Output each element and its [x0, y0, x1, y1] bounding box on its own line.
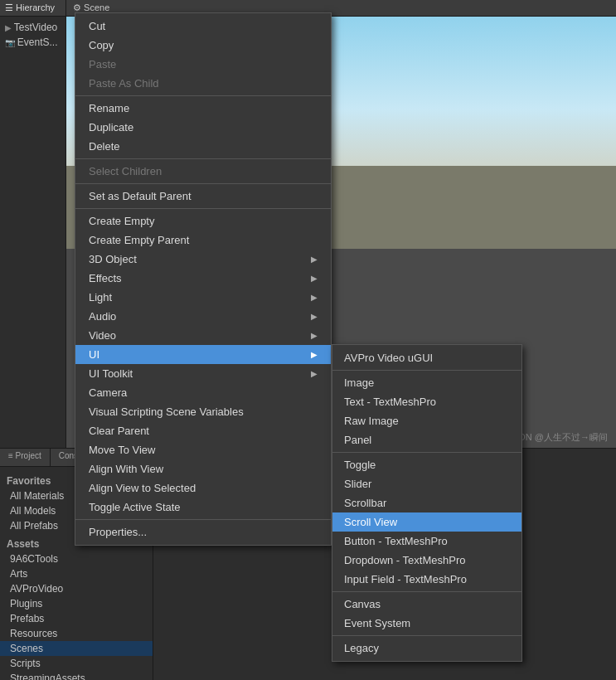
menu-item-properties[interactable]: Properties... [75, 522, 331, 542]
project-tab[interactable]: ≡ Project [0, 449, 51, 466]
submenu-separator [332, 370, 521, 371]
menu-item-camera[interactable]: Camera [75, 383, 331, 402]
menu-separator [75, 158, 331, 159]
submenu-item-slider[interactable]: Slider [332, 474, 521, 493]
menu-separator [75, 519, 331, 520]
submenu-item-panel[interactable]: Panel [332, 430, 521, 449]
submenu-item-canvas[interactable]: Canvas [332, 595, 521, 614]
submenu-arrow-icon: ▶ [311, 369, 318, 378]
menu-item-ui[interactable]: UI▶ [75, 345, 331, 364]
submenu-item-dropdown-tmp[interactable]: Dropdown - TextMeshPro [332, 551, 521, 570]
menu-separator [75, 208, 331, 209]
hierarchy-top-bar: ☰ Hierarchy [0, 0, 65, 17]
plugins-item[interactable]: Plugins [0, 596, 153, 611]
submenu-item-toggle[interactable]: Toggle [332, 455, 521, 474]
submenu-item-event-system[interactable]: Event System [332, 614, 521, 633]
hierarchy-tab-label: ☰ Hierarchy [5, 2, 55, 13]
menu-item-cut[interactable]: Cut [75, 17, 331, 36]
menu-item-rename[interactable]: Rename [75, 99, 331, 118]
submenu-item-legacy[interactable]: Legacy [332, 639, 521, 658]
menu-item-video[interactable]: Video▶ [75, 326, 331, 345]
menu-item-clear-parent[interactable]: Clear Parent [75, 421, 331, 440]
hierarchy-item-events[interactable]: 📷 EventS... [0, 35, 65, 50]
submenu-item-image[interactable]: Image [332, 373, 521, 392]
menu-item-copy[interactable]: Copy [75, 36, 331, 55]
menu-item-audio[interactable]: Audio▶ [75, 307, 331, 326]
menu-item-delete[interactable]: Delete [75, 137, 331, 156]
submenu-arrow-icon: ▶ [311, 331, 318, 340]
submenu-arrow-icon: ▶ [311, 293, 318, 302]
scenes-item[interactable]: Scenes [0, 641, 153, 656]
menu-item-paste-as-child: Paste As Child [75, 74, 331, 93]
menu-item-set-default-parent[interactable]: Set as Default Parent [75, 187, 331, 206]
menu-item-move-to-view[interactable]: Move To View [75, 440, 331, 459]
submenu-arrow-icon: ▶ [311, 274, 318, 283]
menu-item-duplicate[interactable]: Duplicate [75, 118, 331, 137]
menu-item-light[interactable]: Light▶ [75, 288, 331, 307]
9a6ctools-item[interactable]: 9A6CTools [0, 551, 153, 566]
menu-item-effects[interactable]: Effects▶ [75, 269, 331, 288]
menu-item-toggle-active[interactable]: Toggle Active State [75, 498, 331, 517]
ui-submenu: AVPro Video uGUIImageText - TextMeshProR… [332, 344, 522, 662]
hierarchy-item-testvideo[interactable]: ▶ TestVideo [0, 20, 65, 35]
submenu-item-raw-image[interactable]: Raw Image [332, 411, 521, 430]
menu-separator [75, 95, 331, 96]
submenu-item-scroll-view[interactable]: Scroll View [332, 512, 521, 532]
menu-separator [75, 183, 331, 184]
submenu-separator [332, 635, 521, 636]
menu-item-3d-object[interactable]: 3D Object▶ [75, 250, 331, 269]
submenu-item-button-tmp[interactable]: Button - TextMeshPro [332, 532, 521, 551]
context-menu: CutCopyPastePaste As ChildRenameDuplicat… [75, 12, 332, 546]
menu-item-ui-toolkit[interactable]: UI Toolkit▶ [75, 364, 331, 383]
submenu-separator [332, 452, 521, 453]
menu-item-paste: Paste [75, 55, 331, 74]
resources-item[interactable]: Resources [0, 626, 153, 641]
submenu-arrow-icon: ▶ [311, 312, 318, 321]
submenu-item-inputfield-tmp[interactable]: Input Field - TextMeshPro [332, 570, 521, 589]
submenu-arrow-icon: ▶ [311, 255, 318, 264]
menu-item-create-empty-parent[interactable]: Create Empty Parent [75, 231, 331, 250]
menu-item-visual-scripting[interactable]: Visual Scripting Scene Variables [75, 402, 331, 421]
scripts-item[interactable]: Scripts [0, 656, 153, 671]
avprovideo-item[interactable]: AVProVideo [0, 581, 153, 596]
submenu-separator [332, 591, 521, 592]
menu-item-create-empty[interactable]: Create Empty [75, 211, 331, 231]
streamingassets-item[interactable]: StreamingAssets [0, 671, 153, 680]
submenu-item-scrollbar[interactable]: Scrollbar [332, 493, 521, 512]
menu-item-select-children: Select Children [75, 162, 331, 181]
submenu-arrow-icon: ▶ [311, 350, 318, 359]
arts-item[interactable]: Arts [0, 566, 153, 581]
menu-item-align-with-view[interactable]: Align With View [75, 459, 331, 478]
prefabs-item[interactable]: Prefabs [0, 611, 153, 626]
menu-item-align-view-selected[interactable]: Align View to Selected [75, 478, 331, 498]
submenu-item-text-tmp[interactable]: Text - TextMeshPro [332, 392, 521, 411]
hierarchy-items: ▶ TestVideo 📷 EventS... [0, 17, 65, 53]
submenu-item-avpro[interactable]: AVPro Video uGUI [332, 348, 521, 367]
